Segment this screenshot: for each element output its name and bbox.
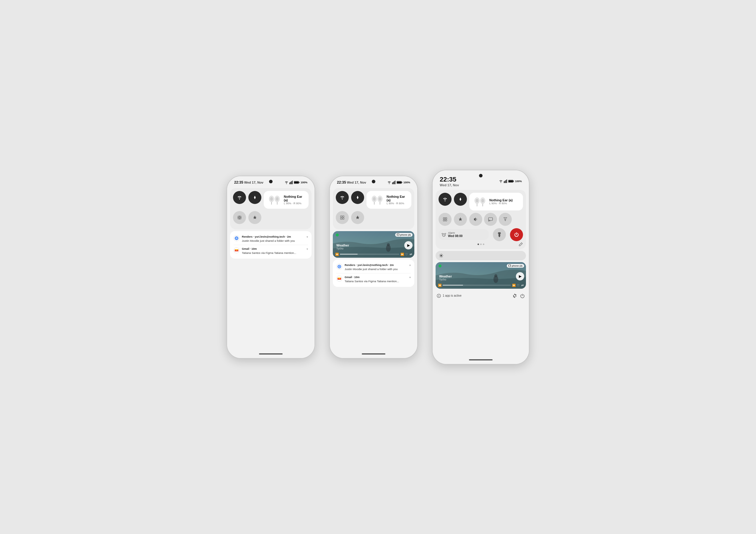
phone-1-screen: 22:35 Wed 17, Nov 100% <box>227 176 314 358</box>
notif-body-renders-2: Justin Moodie just shared a folder with … <box>345 267 411 271</box>
forward-btn-3[interactable]: ⏩ <box>512 284 516 287</box>
wifi-icon <box>284 181 288 184</box>
notif-renders-1[interactable]: Renders · yuri.levin@nothing.tech · 2m ▾… <box>233 234 308 244</box>
settings-icon-3[interactable] <box>512 293 517 298</box>
svg-point-43 <box>476 199 479 202</box>
airplane-tile-2[interactable] <box>351 211 364 224</box>
svg-rect-16 <box>394 181 394 184</box>
heart-btn-2[interactable]: ♡ <box>405 253 408 256</box>
svg-point-34 <box>339 266 340 267</box>
notif-card-2: Renders · yuri.levin@nothing.tech · 2m ▾… <box>333 259 414 287</box>
battery-icon <box>294 181 300 184</box>
earbuds-card-3[interactable]: Nothing Ear (a) L 90% · R 80% <box>469 193 523 210</box>
airplane-tile-3[interactable] <box>454 213 467 226</box>
svg-point-13 <box>236 238 237 239</box>
power-tile-3[interactable] <box>510 228 523 241</box>
svg-rect-15 <box>393 182 394 184</box>
svg-rect-71 <box>509 266 511 267</box>
home-bar-1[interactable] <box>259 353 283 355</box>
svg-rect-31 <box>397 234 399 235</box>
edit-btn-3[interactable] <box>519 242 523 247</box>
notif-app-renders-2: Renders · yuri.levin@nothing.tech · 2m <box>345 264 394 267</box>
data-tile-1[interactable] <box>248 191 261 204</box>
heart-btn-3[interactable]: ♡ <box>517 284 520 287</box>
airplane-tile-1[interactable] <box>248 211 261 224</box>
notif-body-gmail-2: Tatiana Santos via Figma Tatiana mention… <box>345 280 411 283</box>
screen-rotate-tile-2[interactable] <box>336 211 349 224</box>
data-tile-3[interactable] <box>454 193 467 206</box>
earbuds-battery-2: L 90% · R 80% <box>387 202 408 205</box>
notif-gmail-1[interactable]: Gmail · 10m ▾ Tatiana Santos via Figma T… <box>233 245 308 255</box>
google-icon-1 <box>233 235 239 241</box>
play-button-2[interactable]: ▶ <box>404 241 413 250</box>
data-tile-2[interactable] <box>351 191 364 204</box>
hotspot-tile-3[interactable] <box>499 213 512 226</box>
home-bar-3[interactable] <box>469 359 493 360</box>
status-bar-3: 22:35 Wed 17, Nov 100% <box>433 170 529 188</box>
home-bar-2[interactable] <box>362 353 385 355</box>
brightness-slider-3[interactable] <box>436 251 526 260</box>
svg-rect-41 <box>508 180 513 182</box>
wifi-tile-3[interactable] <box>439 193 451 206</box>
svg-rect-49 <box>445 218 447 219</box>
notif-app-gmail-2: Gmail · 10m <box>345 276 360 279</box>
battery-text-3: 100% <box>515 180 522 183</box>
svg-point-22 <box>373 197 376 201</box>
svg-rect-20 <box>397 181 401 183</box>
svg-rect-2 <box>291 181 292 184</box>
earbuds-battery-1: L 90% · R 80% <box>284 202 305 205</box>
screen-rotate-tile-1[interactable] <box>233 211 246 224</box>
forward-btn-2[interactable]: ⏩ <box>400 253 404 256</box>
screen-rotate-tile-3[interactable] <box>439 213 451 226</box>
shuffle-btn-2[interactable]: ⇄ <box>410 253 412 256</box>
svg-rect-3 <box>292 181 293 184</box>
svg-point-8 <box>270 197 273 201</box>
alarm-tile-3[interactable]: Alarm Wed 08:00 <box>439 229 489 240</box>
date-1: Wed 17, Nov <box>244 181 263 184</box>
scene: 22:35 Wed 17, Nov 100% <box>209 152 547 382</box>
dot-1 <box>477 244 479 245</box>
rewind-btn-3[interactable]: ⏪ <box>438 284 442 287</box>
volume-tile-3[interactable] <box>469 213 482 226</box>
svg-rect-35 <box>504 181 504 183</box>
earbuds-card-1[interactable]: Nothing Ear (a) L 90% · R 80% <box>264 191 309 209</box>
music-card-2[interactable]: phone (2) Weather Tycho ▶ ⏪ ⏩ <box>333 231 414 258</box>
info-icon-3 <box>437 294 441 298</box>
spotify-dot-3 <box>439 264 442 267</box>
battery-icon-2 <box>397 181 402 184</box>
svg-point-11 <box>276 197 279 201</box>
notif-renders-2[interactable]: Renders · yuri.levin@nothing.tech · 2m ▾… <box>337 262 411 272</box>
earbuds-card-2[interactable]: Nothing Ear (a) L 90% · R 80% <box>366 191 411 209</box>
wifi-tile-1[interactable] <box>233 191 246 204</box>
screen-cast-tile-3[interactable] <box>484 213 497 226</box>
rewind-btn-2[interactable]: ⏪ <box>335 253 339 256</box>
track-name-3: Weather <box>439 275 452 278</box>
music-card-3[interactable]: phone (2) Weather Tycho ▶ ⏪ ⏩ <box>436 262 526 289</box>
svg-rect-14 <box>392 182 393 184</box>
svg-rect-6 <box>294 181 299 183</box>
svg-rect-51 <box>445 220 447 221</box>
power-icon-3[interactable] <box>520 293 525 298</box>
shuffle-btn-3[interactable]: ⇄ <box>521 284 524 287</box>
notif-gmail-2[interactable]: Gmail · 10m ▾ Tatiana Santos via Figma T… <box>337 273 411 284</box>
earbuds-name-3: Nothing Ear (a) <box>489 199 513 202</box>
artist-name-2: Tycho <box>337 247 349 250</box>
svg-point-29 <box>387 243 390 246</box>
signal-icon <box>289 181 293 184</box>
google-icon-2 <box>337 264 342 270</box>
notif-body-gmail-1: Tatiana Santos via Figma Tatiana mention… <box>242 251 308 254</box>
flashlight-tile-3[interactable] <box>493 228 506 241</box>
notif-body-1: Justin Moodie just shared a folder with … <box>242 239 308 242</box>
svg-line-62 <box>440 254 440 254</box>
page-dots-3 <box>477 244 484 245</box>
svg-rect-0 <box>289 182 290 184</box>
play-button-3[interactable]: ▶ <box>516 272 524 280</box>
battery-text-2: 100% <box>403 181 410 184</box>
svg-point-25 <box>379 197 382 201</box>
notif-card-1: Renders · yuri.levin@nothing.tech · 2m ▾… <box>230 231 311 258</box>
battery-icon-3 <box>508 180 514 183</box>
dot-2 <box>480 244 482 245</box>
svg-line-64 <box>442 254 443 254</box>
status-bar-2: 22:35 Wed 17, Nov 100% <box>330 176 417 186</box>
wifi-tile-2[interactable] <box>336 191 349 204</box>
